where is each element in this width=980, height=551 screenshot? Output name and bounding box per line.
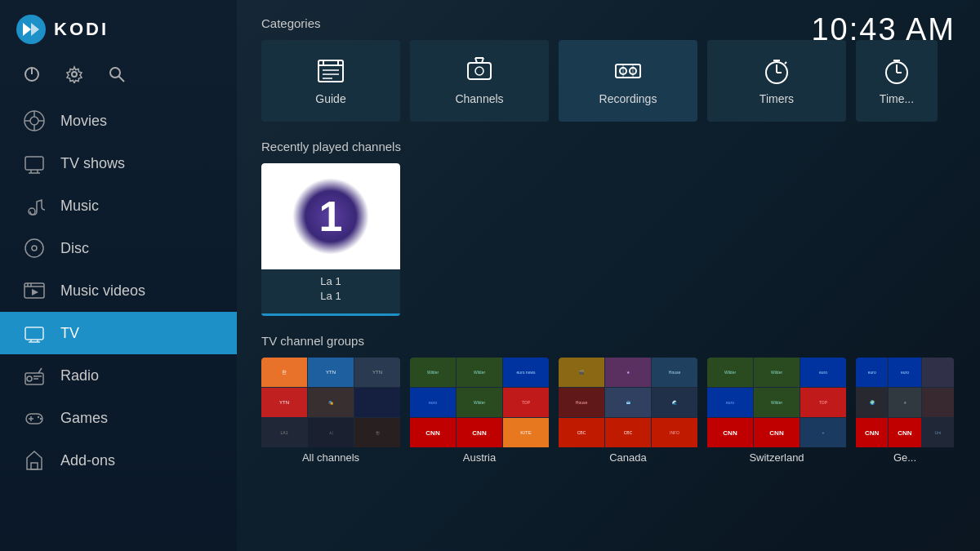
thumb-cell: CBC [605, 418, 651, 447]
thumb-cell: 시 [308, 418, 354, 447]
category-timers2[interactable]: Time... [856, 40, 938, 122]
sidebar-item-music-label: Music [60, 198, 99, 215]
sidebar-item-radio[interactable]: Radio [0, 354, 237, 397]
category-channels[interactable]: Channels [410, 40, 549, 122]
groups-title: TV channel groups [261, 334, 956, 348]
sidebar-item-tv[interactable]: TV [0, 312, 237, 354]
power-icon[interactable] [23, 65, 41, 83]
channel-card-bar [261, 313, 400, 316]
timers2-label: Time... [880, 92, 914, 105]
svg-point-39 [40, 418, 42, 420]
thumb-cell [922, 358, 954, 387]
thumb-cell: 🌊 [652, 388, 697, 417]
thumb-cell: CNN [856, 418, 888, 447]
thumb-cell: TOP [800, 388, 846, 417]
svg-point-9 [30, 117, 38, 125]
group-switzerland[interactable]: Wilder Wilder euro euro Wilder TOP CNN C… [707, 358, 846, 465]
thumb-cell: KITE [503, 418, 549, 447]
top-icons-bar [0, 59, 237, 100]
timers2-icon [882, 56, 911, 86]
thumb-cell: TOP [503, 388, 549, 417]
thumb-cell: + [800, 418, 846, 447]
music-videos-icon [23, 279, 46, 302]
thumb-cell: CNN [410, 418, 456, 447]
thumb-cell: Wilder [457, 358, 502, 387]
svg-point-6 [110, 68, 120, 78]
svg-rect-14 [25, 157, 43, 170]
thumb-cell: euro [410, 388, 456, 417]
guide-label: Guide [315, 92, 345, 105]
sidebar-item-tv-shows-label: TV shows [60, 155, 125, 172]
thumb-cell: 🎭 [308, 388, 354, 417]
thumb-cell [354, 388, 400, 417]
thumb-cell: 한 [261, 358, 307, 387]
sidebar-item-games[interactable]: Games [0, 397, 237, 439]
thumb-cell: Wilder [410, 358, 456, 387]
nav-items: Movies TV shows Music Disc [0, 100, 237, 551]
sidebar-item-tv-shows[interactable]: TV shows [0, 142, 237, 184]
sidebar-item-music-videos[interactable]: Music videos [0, 269, 237, 312]
thumb-cell: euro [707, 388, 753, 417]
music-icon [23, 194, 46, 217]
disc-icon [23, 237, 46, 260]
svg-point-19 [25, 239, 43, 257]
recent-title: Recently played channels [261, 140, 956, 153]
sidebar-item-disc-label: Disc [60, 240, 89, 257]
sidebar-item-add-ons-label: Add-ons [60, 452, 115, 469]
logo-area: KODI [0, 0, 237, 59]
group-austria-label: Austria [410, 447, 549, 465]
thumb-cell: Wilder [754, 358, 800, 387]
settings-icon[interactable] [65, 65, 83, 83]
groups-row: 한 YTN YTN YTN 🎭 LA1 시 한 All channels Wil… [261, 358, 956, 465]
channels-icon [465, 56, 494, 86]
thumb-cell: euro [889, 358, 920, 387]
thumb-cell: YTN [308, 358, 354, 387]
svg-point-31 [27, 376, 32, 381]
group-ge[interactable]: euro euro 🌍 ★ CNN CNN Uni Ge... [856, 358, 954, 465]
games-icon [23, 407, 46, 429]
thumb-cell: Wilder [457, 388, 502, 417]
sidebar-item-music-videos-label: Music videos [60, 282, 145, 300]
thumb-cell: Wilder [707, 358, 753, 387]
sidebar-item-music[interactable]: Music [0, 184, 237, 227]
thumb-cell: CNN [707, 418, 753, 447]
thumb-cell: 🌍 [856, 388, 888, 417]
svg-point-49 [475, 67, 483, 75]
thumb-cell: LA1 [261, 418, 307, 447]
groups-section: TV channel groups 한 YTN YTN YTN 🎭 LA1 시 … [261, 334, 956, 465]
channel-card-la1[interactable]: 1 La 1 La 1 [261, 163, 400, 316]
category-timers[interactable]: Timers [707, 40, 846, 122]
group-austria[interactable]: Wilder Wilder euro news euro Wilder TOP … [410, 358, 549, 465]
sidebar: KODI Movies [0, 0, 237, 551]
group-austria-thumb: Wilder Wilder euro news euro Wilder TOP … [410, 358, 549, 447]
search-icon[interactable] [108, 65, 126, 83]
group-ge-thumb: euro euro 🌍 ★ CNN CNN Uni [856, 358, 954, 447]
recordings-label: Recordings [599, 92, 657, 105]
group-switzerland-label: Switzerland [707, 447, 846, 465]
thumb-cell: House [559, 388, 604, 417]
group-canada[interactable]: 🎬 ★ House House 🏔 🌊 CBC CBC INFO Canada [559, 358, 697, 465]
thumb-cell: House [652, 358, 697, 387]
add-ons-icon [23, 449, 46, 472]
category-guide[interactable]: Guide [261, 40, 400, 122]
sidebar-item-disc[interactable]: Disc [0, 227, 237, 269]
category-recordings[interactable]: Recordings [559, 40, 697, 122]
sidebar-item-radio-label: Radio [60, 367, 99, 384]
svg-point-20 [32, 246, 37, 251]
svg-rect-48 [468, 63, 491, 79]
channel-info: La 1 La 1 [261, 269, 400, 312]
svg-line-34 [38, 368, 42, 373]
group-all-channels-label: All channels [261, 447, 400, 465]
thumb-cell: Uni [922, 418, 954, 447]
sidebar-item-tv-label: TV [60, 325, 79, 342]
sidebar-item-movies[interactable]: Movies [0, 100, 237, 142]
channel-name: La 1 La 1 [270, 274, 392, 304]
thumb-cell [922, 388, 954, 417]
group-all-channels[interactable]: 한 YTN YTN YTN 🎭 LA1 시 한 All channels [261, 358, 400, 465]
thumb-cell: euro news [503, 358, 549, 387]
channel-thumb: 1 [261, 163, 400, 269]
svg-line-63 [785, 62, 786, 64]
tv-shows-icon [23, 152, 46, 175]
sidebar-item-add-ons[interactable]: Add-ons [0, 439, 237, 482]
main-content: 10:43 AM Categories Guide [237, 0, 980, 551]
